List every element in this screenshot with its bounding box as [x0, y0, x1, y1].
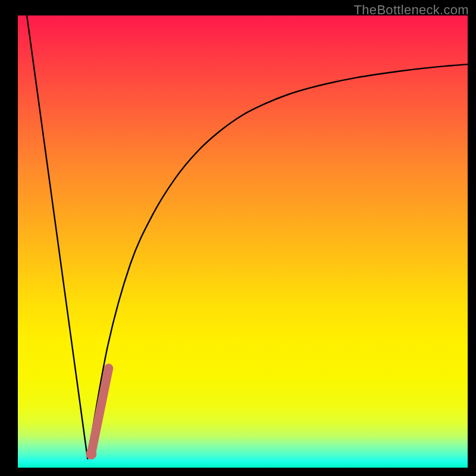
highlight-marker [91, 368, 108, 454]
chart-frame [18, 15, 468, 468]
curve-left-segment [27, 15, 87, 459]
curve-right [87, 64, 468, 459]
chart-plot-area [18, 15, 468, 468]
highlight-marker-end [86, 449, 96, 459]
chart-svg [18, 15, 468, 468]
